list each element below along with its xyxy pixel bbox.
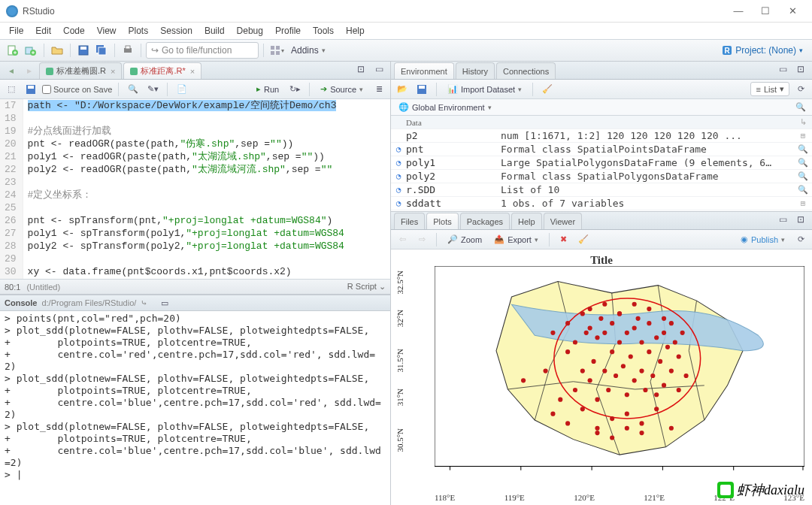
source-tab-1[interactable]: 标准距离.R* × — [123, 62, 201, 79]
tab-packages[interactable]: Packages — [460, 213, 510, 229]
tab-environment[interactable]: Environment — [394, 62, 454, 79]
pane-collapse-icon[interactable]: ▭ — [774, 211, 791, 228]
menu-debug[interactable]: Debug — [231, 24, 269, 38]
addins-dropdown[interactable]: Addins▾ — [286, 44, 330, 57]
menu-file[interactable]: File — [3, 24, 29, 38]
svg-point-54 — [639, 369, 644, 373]
save-all-icon[interactable] — [93, 42, 110, 59]
search-icon[interactable]: 🔍 — [792, 99, 809, 116]
refresh-icon[interactable]: ⟳ — [792, 231, 809, 248]
svg-point-73 — [550, 412, 555, 416]
print-icon[interactable] — [120, 42, 136, 59]
save-icon[interactable] — [23, 81, 39, 98]
source-tab-0[interactable]: 标准差椭圆.R × — [39, 62, 122, 79]
svg-point-80 — [654, 407, 659, 411]
zoom-button[interactable]: 🔎 Zoom — [443, 233, 486, 246]
pane-collapse-icon[interactable]: ▭ — [371, 61, 387, 77]
export-button[interactable]: 📤 Export▾ — [489, 233, 543, 246]
save-icon[interactable] — [75, 42, 92, 59]
env-view-mode[interactable]: ≡ List ▾ — [750, 82, 789, 96]
pane-popout-icon[interactable]: ⊡ — [792, 61, 809, 77]
show-doc-icon[interactable]: ⬚ — [3, 81, 20, 98]
menu-view[interactable]: View — [91, 24, 123, 38]
app-logo — [6, 5, 18, 17]
ytick: 32°N — [395, 310, 404, 327]
pane-popout-icon[interactable]: ⊡ — [792, 211, 809, 228]
svg-point-26 — [565, 349, 570, 354]
menu-help[interactable]: Help — [340, 24, 371, 38]
grid-icon[interactable]: ▾ — [268, 42, 285, 59]
env-row[interactable]: ◔sddatt1 obs. of 7 variables⊞ — [391, 197, 812, 210]
project-icon: R — [722, 45, 732, 56]
remove-plot-icon[interactable]: ✖ — [556, 231, 572, 248]
plot-prev-icon[interactable]: ⇦ — [394, 231, 411, 248]
minimize-button[interactable]: — — [725, 1, 752, 22]
console-goto-icon[interactable]: ⤷ — [141, 298, 147, 308]
nav-fwd-icon[interactable]: ▸ — [21, 62, 38, 79]
menu-profile[interactable]: Profile — [269, 24, 307, 38]
wand-icon[interactable]: ✎▾ — [144, 81, 161, 98]
cursor-pos: 80:1 — [5, 283, 20, 292]
pane-collapse-icon[interactable]: ▭ — [156, 295, 173, 311]
plot-next-icon[interactable]: ⇨ — [414, 231, 430, 248]
open-file-icon[interactable] — [49, 42, 65, 59]
menu-tools[interactable]: Tools — [307, 24, 340, 38]
rerun-icon[interactable]: ↻▸ — [286, 81, 303, 98]
env-row[interactable]: ◔poly2Formal class SpatialPolygonsDataFr… — [391, 170, 812, 183]
tab-connections[interactable]: Connections — [496, 62, 556, 79]
svg-point-55 — [639, 340, 644, 344]
new-project-icon[interactable] — [23, 42, 39, 59]
clear-env-icon[interactable]: 🧹 — [539, 81, 556, 98]
section-label[interactable]: (Untitled) — [26, 283, 60, 292]
project-selector[interactable]: R Project: (None) ▾ — [717, 44, 807, 57]
console-output[interactable]: > points(pnt,col="red",pch=20) > plot_sd… — [0, 311, 390, 505]
menu-edit[interactable]: Edit — [29, 24, 57, 38]
save-workspace-icon[interactable] — [414, 81, 430, 98]
svg-point-29 — [573, 340, 577, 344]
ytick: 30.5°N — [395, 428, 404, 452]
close-icon[interactable]: × — [111, 67, 115, 76]
source-editor[interactable]: 17181920212223242526272829303132 path <-… — [0, 99, 390, 279]
import-dataset-button[interactable]: 📊 Import Dataset▾ — [443, 83, 526, 95]
nav-back-icon[interactable]: ◂ — [3, 62, 20, 79]
clear-plots-icon[interactable]: 🧹 — [575, 231, 592, 248]
load-workspace-icon[interactable]: 📂 — [394, 81, 411, 98]
find-icon[interactable]: 🔍 — [125, 81, 141, 98]
source-on-save-checkbox[interactable]: Source on Save — [42, 85, 112, 94]
svg-point-76 — [595, 426, 599, 431]
pane-popout-icon[interactable]: ⊡ — [353, 61, 369, 77]
tab-label-0: 标准差椭圆.R — [56, 65, 106, 77]
line-gutter: 17181920212223242526272829303132 — [0, 99, 23, 279]
compile-report-icon[interactable]: 📄 — [174, 81, 190, 98]
env-row[interactable]: p2num [1:1671, 1:2] 120 120 120 120 120 … — [391, 129, 812, 143]
tab-viewer[interactable]: Viewer — [544, 213, 582, 229]
publish-button[interactable]: ◉ Publish▾ — [736, 233, 789, 246]
tab-help[interactable]: Help — [511, 213, 542, 229]
close-button[interactable]: ✕ — [779, 1, 806, 22]
pane-collapse-icon[interactable]: ▭ — [774, 61, 791, 77]
run-button[interactable]: ▸Run — [252, 83, 283, 95]
menu-build[interactable]: Build — [198, 24, 231, 38]
tab-history[interactable]: History — [456, 62, 495, 79]
console-tab[interactable]: Console — [5, 298, 37, 307]
env-scope-selector[interactable]: 🌐 Global Environment▾ — [394, 101, 496, 113]
tab-files[interactable]: Files — [394, 213, 425, 229]
file-type[interactable]: R Script ⌄ — [347, 282, 386, 292]
menu-plots[interactable]: Plots — [123, 24, 155, 38]
source-button[interactable]: ➔Source▾ — [316, 83, 368, 95]
menu-session[interactable]: Session — [154, 24, 198, 38]
goto-file-input[interactable]: ↪ Go to file/function — [146, 42, 259, 59]
env-row[interactable]: ◔r.SDDList of 10🔍 — [391, 183, 812, 197]
maximize-button[interactable]: ☐ — [752, 1, 779, 22]
env-row[interactable]: ◔pntFormal class SpatialPointsDataFrame🔍 — [391, 143, 812, 156]
menu-code[interactable]: Code — [57, 24, 91, 38]
env-row[interactable]: ◔poly1Large SpatialPolygonsDataFrame (9 … — [391, 156, 812, 170]
close-icon[interactable]: × — [190, 67, 195, 76]
code-text[interactable]: path <- "D:/Workspace/DevWork/example/空间… — [23, 99, 390, 279]
tab-plots[interactable]: Plots — [426, 213, 458, 229]
env-section-header: Data↳ — [391, 116, 812, 129]
svg-point-41 — [606, 388, 611, 392]
new-file-icon[interactable] — [5, 42, 21, 59]
refresh-icon[interactable]: ⟳ — [792, 81, 809, 98]
outline-icon[interactable]: ≣ — [371, 81, 387, 98]
